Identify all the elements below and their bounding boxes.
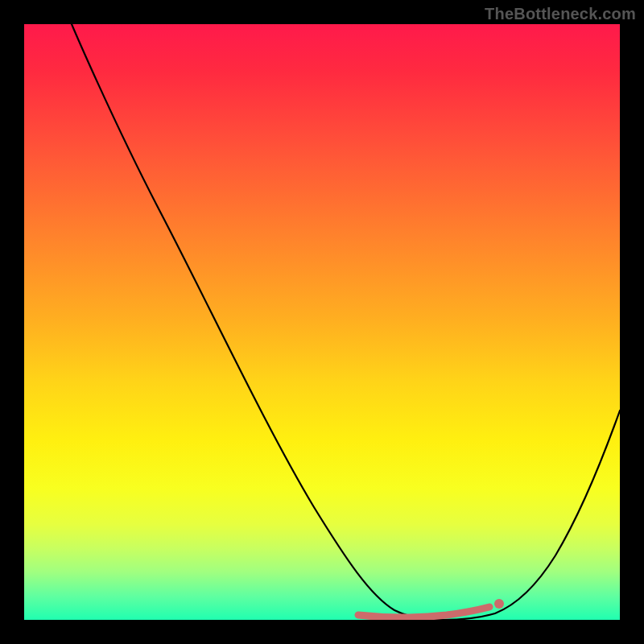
plot-area (24, 24, 620, 620)
chart-svg (24, 24, 620, 620)
bottleneck-curve (72, 24, 620, 620)
sweet-spot-band (358, 607, 489, 617)
watermark-text: TheBottleneck.com (485, 5, 636, 23)
sweet-spot-dot (494, 599, 504, 609)
chart-frame: TheBottleneck.com (0, 0, 644, 644)
